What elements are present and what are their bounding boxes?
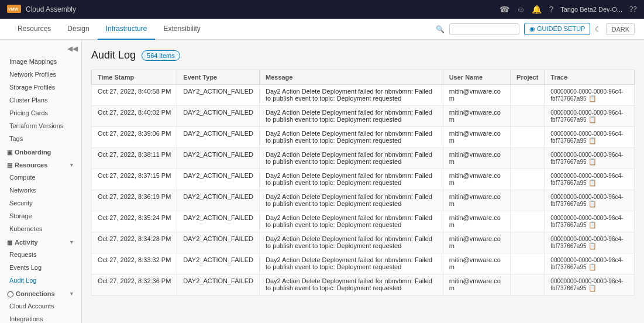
top-nav-right: ☎ ☺ 🔔 ? Tango Beta2 Dev-O... ⁇ xyxy=(500,5,637,14)
page-title: Audit Log xyxy=(91,49,136,61)
search-input[interactable] xyxy=(449,23,519,35)
cell-username: rnitin@vmware.co m xyxy=(443,169,510,190)
user-account[interactable]: Tango Beta2 Dev-O... xyxy=(560,6,622,13)
resources-section-header[interactable]: ▤ Resources ▼ xyxy=(0,158,81,171)
cell-timestamp: Oct 27, 2022, 8:36:19 PM xyxy=(92,190,177,211)
copy-trace-icon[interactable]: 📋 xyxy=(588,200,597,207)
nav-resources[interactable]: Resources xyxy=(9,19,59,40)
top-nav-left: VMW Cloud Assembly xyxy=(7,5,76,14)
sidebar-item-cluster-plans[interactable]: Cluster Plans xyxy=(0,94,81,106)
sidebar-item-tags[interactable]: Tags xyxy=(0,132,81,145)
cell-project xyxy=(511,211,545,232)
nav-extensibility[interactable]: Extensibility xyxy=(155,19,208,40)
copy-trace-icon[interactable]: 📋 xyxy=(588,137,597,144)
cell-event-type: DAY2_ACTION_FAILED xyxy=(177,148,260,169)
cell-timestamp: Oct 27, 2022, 8:33:32 PM xyxy=(92,253,177,274)
cell-project xyxy=(511,127,545,148)
question-icon[interactable]: ? xyxy=(549,5,553,14)
copy-trace-icon[interactable]: 📋 xyxy=(588,179,597,186)
cell-event-type: DAY2_ACTION_FAILED xyxy=(177,232,260,253)
sidebar-collapse-button[interactable]: ◀◀ xyxy=(0,42,81,55)
sidebar-item-audit-log[interactable]: Audit Log xyxy=(0,274,81,287)
copy-trace-icon[interactable]: 📋 xyxy=(588,116,597,123)
table-row: Oct 27, 2022, 8:39:06 PMDAY2_ACTION_FAIL… xyxy=(92,127,635,148)
table-row: Oct 27, 2022, 8:38:11 PMDAY2_ACTION_FAIL… xyxy=(92,148,635,169)
onboarding-section-header[interactable]: ▣ Onboarding xyxy=(0,145,81,158)
cell-project xyxy=(511,232,545,253)
guided-setup-icon: ◉ xyxy=(529,25,535,32)
cell-message: Day2 Action Delete Deployment failed for… xyxy=(259,148,443,169)
cell-username: rnitin@vmware.co m xyxy=(443,274,510,295)
copy-trace-icon[interactable]: 📋 xyxy=(588,263,597,270)
cell-trace: 00000000-0000-0000-96c4-fbf737667a95📋 xyxy=(545,253,635,274)
smiley-icon[interactable]: ☺ xyxy=(516,5,525,14)
search-icon: 🔍 xyxy=(436,25,445,33)
table-row: Oct 27, 2022, 8:35:24 PMDAY2_ACTION_FAIL… xyxy=(92,211,635,232)
copy-trace-icon[interactable]: 📋 xyxy=(588,242,597,249)
cell-timestamp: Oct 27, 2022, 8:39:06 PM xyxy=(92,127,177,148)
activity-section-header[interactable]: ▩ Activity ▼ xyxy=(0,235,81,248)
cell-trace: 00000000-0000-0000-96c4-fbf737667a95📋 xyxy=(545,106,635,127)
col-timestamp: Time Stamp xyxy=(92,70,177,85)
nav-design[interactable]: Design xyxy=(59,19,97,40)
moon-icon: ☾ xyxy=(595,25,601,33)
dark-mode-button[interactable]: DARK xyxy=(606,23,635,35)
cell-username: rnitin@vmware.co m xyxy=(443,253,510,274)
sidebar-item-events-log[interactable]: Events Log xyxy=(0,261,81,274)
bell-icon[interactable]: 🔔 xyxy=(532,5,542,14)
cell-event-type: DAY2_ACTION_FAILED xyxy=(177,253,260,274)
guided-setup-button[interactable]: ◉ GUIDED SETUP xyxy=(524,23,591,35)
sidebar-item-image-mappings[interactable]: Image Mappings xyxy=(0,55,81,68)
col-trace: Trace xyxy=(545,70,635,85)
app-name: Cloud Assembly xyxy=(26,5,76,13)
cell-project xyxy=(511,106,545,127)
cell-username: rnitin@vmware.co m xyxy=(443,127,510,148)
table-row: Oct 27, 2022, 8:36:19 PMDAY2_ACTION_FAIL… xyxy=(92,190,635,211)
nav-infrastructure[interactable]: Infrastructure xyxy=(98,19,156,40)
sidebar-item-network-profiles[interactable]: Network Profiles xyxy=(0,68,81,81)
sidebar-item-networks[interactable]: Networks xyxy=(0,184,81,197)
cell-message: Day2 Action Delete Deployment failed for… xyxy=(259,169,443,190)
cell-trace: 00000000-0000-0000-96c4-fbf737667a95📋 xyxy=(545,190,635,211)
col-message: Message xyxy=(259,70,443,85)
col-username: User Name xyxy=(443,70,510,85)
table-row: Oct 27, 2022, 8:40:02 PMDAY2_ACTION_FAIL… xyxy=(92,106,635,127)
cell-trace: 00000000-0000-0000-96c4-fbf737667a95📋 xyxy=(545,211,635,232)
copy-trace-icon[interactable]: 📋 xyxy=(588,158,597,165)
cell-timestamp: Oct 27, 2022, 8:34:28 PM xyxy=(92,232,177,253)
connections-chevron-icon: ▼ xyxy=(69,291,74,297)
cell-timestamp: Oct 27, 2022, 8:37:15 PM xyxy=(92,169,177,190)
cell-message: Day2 Action Delete Deployment failed for… xyxy=(259,106,443,127)
sidebar-item-security[interactable]: Security xyxy=(0,197,81,209)
cell-project xyxy=(511,253,545,274)
copy-trace-icon[interactable]: 📋 xyxy=(588,221,597,228)
sidebar-item-compute[interactable]: Compute xyxy=(0,171,81,184)
sidebar-item-integrations[interactable]: Integrations xyxy=(0,312,81,323)
connections-section-header[interactable]: ◯ Connections ▼ xyxy=(0,287,81,300)
cell-event-type: DAY2_ACTION_FAILED xyxy=(177,190,260,211)
cell-username: rnitin@vmware.co m xyxy=(443,190,510,211)
sidebar-item-storage-profiles[interactable]: Storage Profiles xyxy=(0,81,81,94)
cell-message: Day2 Action Delete Deployment failed for… xyxy=(259,232,443,253)
sidebar-item-storage[interactable]: Storage xyxy=(0,209,81,222)
col-event-type: Event Type xyxy=(177,70,260,85)
cell-message: Day2 Action Delete Deployment failed for… xyxy=(259,274,443,295)
activity-icon: ▩ xyxy=(7,239,12,246)
cell-trace: 00000000-0000-0000-96c4-fbf737667a95📋 xyxy=(545,274,635,295)
resources-icon: ▤ xyxy=(7,162,12,169)
sidebar-item-cloud-accounts[interactable]: Cloud Accounts xyxy=(0,300,81,312)
cell-timestamp: Oct 27, 2022, 8:40:58 PM xyxy=(92,85,177,106)
sidebar-item-requests[interactable]: Requests xyxy=(0,248,81,261)
cell-project xyxy=(511,274,545,295)
cell-trace: 00000000-0000-0000-96c4-fbf737667a95📋 xyxy=(545,169,635,190)
sidebar: ◀◀ Image Mappings Network Profiles Stora… xyxy=(0,40,82,323)
sidebar-item-kubernetes[interactable]: Kubernetes xyxy=(0,222,81,235)
grid-icon[interactable]: ⁇ xyxy=(629,5,637,14)
copy-trace-icon[interactable]: 📋 xyxy=(588,284,597,291)
sidebar-item-pricing-cards[interactable]: Pricing Cards xyxy=(0,106,81,119)
copy-trace-icon[interactable]: 📋 xyxy=(588,95,597,102)
cell-event-type: DAY2_ACTION_FAILED xyxy=(177,274,260,295)
sidebar-item-terraform-versions[interactable]: Terraform Versions xyxy=(0,119,81,132)
phone-icon[interactable]: ☎ xyxy=(500,5,509,14)
cell-project xyxy=(511,169,545,190)
